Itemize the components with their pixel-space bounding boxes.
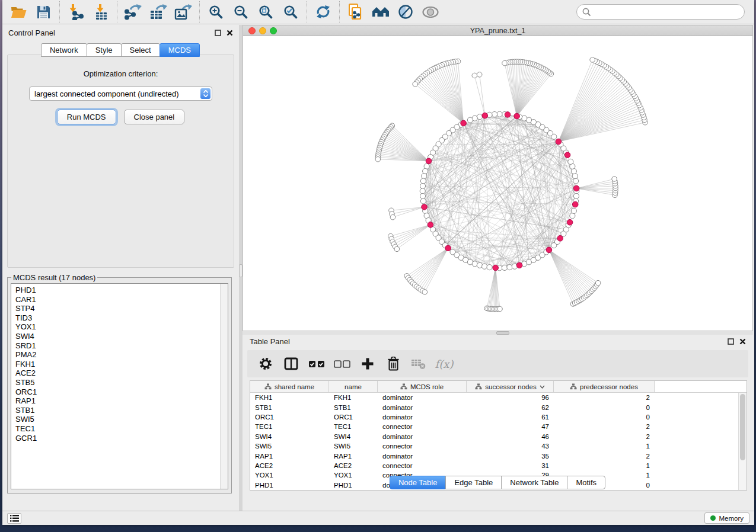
mcds-result-item[interactable]: ACE2 — [15, 368, 219, 378]
import-network-button[interactable] — [63, 2, 88, 22]
zoom-fit-button[interactable] — [253, 2, 278, 22]
table-row[interactable]: ACE2ACE2connector311 — [250, 461, 738, 470]
column-header-name[interactable]: name — [329, 381, 378, 393]
table-row[interactable]: STB1STB1dominator620 — [250, 402, 738, 412]
table-header-row: shared namenameMCDS rolesuccessor nodesp… — [250, 381, 747, 393]
import-table-button[interactable] — [88, 2, 113, 22]
table-panel: Table Panel f(x) shared namenameMCDS rol… — [243, 335, 753, 511]
table-row[interactable]: TEC1TEC1connector472 — [250, 422, 738, 431]
checked-boxes-icon — [308, 360, 325, 368]
window-minimize-button[interactable] — [259, 27, 266, 34]
column-header-predecessor-nodes[interactable]: predecessor nodes — [554, 381, 655, 393]
mcds-result-item[interactable]: STB5 — [15, 378, 219, 387]
mcds-result-item[interactable]: ORC1 — [15, 387, 219, 397]
criterion-select[interactable]: largest connected component (undirected) — [29, 86, 212, 101]
show-graphics-details-button[interactable] — [418, 2, 443, 22]
task-history-button[interactable] — [7, 513, 21, 524]
select-all-columns-button[interactable] — [307, 354, 327, 374]
add-row-button[interactable] — [358, 354, 378, 374]
cell-shared_name: FKH1 — [250, 394, 329, 401]
mcds-result-item[interactable]: SWI4 — [15, 332, 219, 341]
save-icon — [37, 5, 50, 19]
network-overview-button[interactable] — [368, 2, 393, 22]
tab-select[interactable]: Select — [121, 43, 160, 57]
table-panel-titlebar: Table Panel — [243, 335, 753, 348]
share-document-button[interactable] — [343, 2, 368, 22]
zoom-out-button[interactable] — [228, 2, 253, 22]
mcds-result-item[interactable]: TID3 — [15, 313, 219, 323]
mcds-list-scrollbar[interactable] — [220, 284, 228, 489]
network-window-titlebar[interactable]: YPA_prune.txt_1 — [243, 25, 752, 36]
tab-node-table[interactable]: Node Table — [390, 476, 446, 489]
export-table-button[interactable] — [146, 2, 171, 22]
search-input[interactable] — [591, 8, 739, 16]
zoom-in-button[interactable] — [203, 2, 228, 22]
delete-table-icon — [411, 358, 426, 370]
mcds-result-item[interactable]: SRD1 — [15, 341, 219, 351]
control-panel-titlebar: Control Panel — [2, 25, 239, 40]
mcds-result-item[interactable]: CAR1 — [15, 295, 219, 305]
mcds-result-list: PHD1CAR1STP4TID3YOX1SWI4SRD1PMA2FKH1ACE2… — [11, 284, 219, 489]
cell-successor_nodes: 31 — [467, 462, 554, 469]
mcds-result-item[interactable]: PMA2 — [15, 350, 219, 360]
export-table-icon — [149, 4, 167, 20]
tab-mcds[interactable]: MCDS — [160, 43, 200, 57]
zoom-selected-button[interactable] — [278, 2, 303, 22]
export-network-button[interactable] — [121, 2, 146, 22]
run-mcds-button[interactable]: Run MCDS — [57, 110, 116, 124]
tab-style[interactable]: Style — [87, 43, 122, 57]
table-settings-button[interactable] — [256, 354, 276, 374]
cell-name: STB1 — [329, 404, 378, 411]
cell-successor_nodes: 35 — [467, 453, 554, 460]
export-image-button[interactable] — [171, 2, 196, 22]
window-close-button[interactable] — [248, 27, 256, 34]
unselect-all-columns-button[interactable] — [332, 354, 352, 374]
show-columns-button[interactable] — [281, 354, 301, 374]
close-panel-icon[interactable] — [739, 338, 746, 345]
memory-button[interactable]: Memory — [704, 512, 749, 524]
mcds-result-item[interactable]: YOX1 — [15, 322, 219, 332]
column-header-successor-nodes[interactable]: successor nodes — [467, 381, 554, 393]
float-panel-icon[interactable] — [728, 338, 734, 345]
cell-name: SWI4 — [329, 433, 378, 440]
scrollbar-thumb[interactable] — [740, 394, 745, 460]
float-panel-icon[interactable] — [215, 30, 221, 36]
toolbar-separator — [117, 1, 117, 23]
table-panel-title: Table Panel — [250, 337, 290, 346]
tab-motifs[interactable]: Motifs — [567, 476, 605, 489]
table-row[interactable]: ORC1ORC1dominator610 — [250, 412, 738, 422]
open-file-button[interactable] — [6, 2, 31, 22]
mcds-result-item[interactable]: GCR1 — [15, 434, 219, 443]
zoom-fit-icon — [259, 5, 273, 20]
tab-network-table[interactable]: Network Table — [501, 476, 567, 489]
table-row[interactable]: FKH1FKH1dominator962 — [250, 393, 738, 402]
mcds-result-item[interactable]: FKH1 — [15, 360, 219, 369]
cell-successor_nodes: 47 — [467, 423, 554, 430]
network-graph[interactable] — [243, 37, 752, 331]
cell-shared_name: SWI5 — [250, 443, 329, 450]
mcds-result-item[interactable]: STB1 — [15, 406, 219, 415]
tab-network[interactable]: Network — [41, 43, 87, 57]
save-session-button[interactable] — [31, 2, 56, 22]
column-header-MCDS-role[interactable]: MCDS role — [378, 381, 467, 393]
table-row[interactable]: RAP1RAP1dominator352 — [250, 451, 738, 460]
network-canvas[interactable] — [243, 37, 752, 331]
close-panel-icon[interactable] — [227, 30, 233, 36]
cell-shared_name: RAP1 — [250, 453, 329, 460]
window-zoom-button[interactable] — [270, 27, 277, 34]
table-row[interactable]: SWI4SWI4dominator462 — [250, 432, 738, 441]
search-icon — [582, 8, 591, 17]
mcds-result-item[interactable]: SWI5 — [15, 415, 219, 424]
close-panel-button[interactable]: Close panel — [124, 110, 185, 124]
zoom-out-icon — [234, 5, 248, 20]
mcds-result-item[interactable]: TEC1 — [15, 424, 219, 434]
refresh-view-button[interactable] — [311, 2, 336, 22]
mcds-result-item[interactable]: STP4 — [15, 304, 219, 313]
tab-edge-table[interactable]: Edge Table — [445, 476, 502, 489]
column-header-shared-name[interactable]: shared name — [250, 381, 329, 393]
delete-row-button[interactable] — [383, 354, 403, 374]
table-row[interactable]: SWI5SWI5connector431 — [250, 441, 738, 451]
mcds-result-item[interactable]: PHD1 — [15, 286, 219, 295]
hide-graphics-details-button[interactable] — [393, 2, 418, 22]
mcds-result-item[interactable]: RAP1 — [15, 396, 219, 406]
